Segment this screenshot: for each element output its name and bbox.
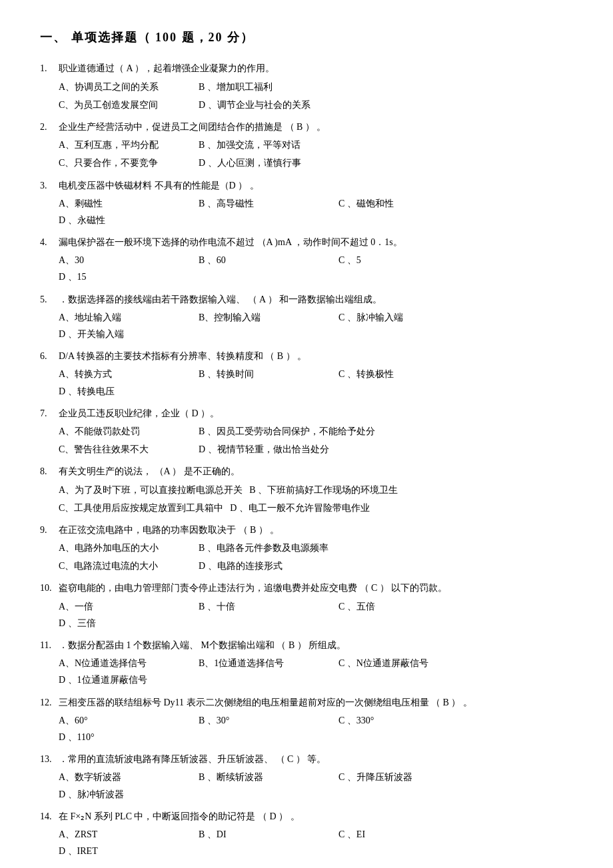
option-item: D 、调节企业与社会的关系 xyxy=(199,97,332,113)
question-number: 5. xyxy=(40,291,59,308)
option-item: A、地址输入端 xyxy=(59,309,192,326)
options-row-1: A、协调员工之间的关系B 、增加职工福利 xyxy=(59,79,573,95)
options-row-1: A、数字斩波器B 、断续斩波器C 、升降压斩波器D 、脉冲斩波器 xyxy=(59,769,573,802)
option-item: A、ZRST xyxy=(59,826,192,843)
question-text: 企业员工违反职业纪律，企业（ D ）。 xyxy=(59,405,573,422)
option-item: B 、DI xyxy=(199,826,332,843)
option-item: A、为了及时下班，可以直接拉断电源总开关 xyxy=(59,482,243,498)
option-item: A、不能做罚款处罚 xyxy=(59,423,192,440)
question-block: 11.．数据分配器由 1 个数据输入端、 M个数据输出端和 （ B ） 所组成。… xyxy=(40,637,573,689)
question-text: ．常用的直流斩波电路有降压斩波器、升压斩波器、 （ C ） 等。 xyxy=(59,751,573,767)
option-item: C 、转换极性 xyxy=(338,366,472,382)
option-item: B 、30° xyxy=(199,712,332,729)
question-block: 8.有关文明生产的说法， （A ） 是不正确的。A、为了及时下班，可以直接拉断电… xyxy=(40,463,573,516)
options-row-1: A、N位通道选择信号B、1位通道选择信号C 、N位通道屏蔽信号D 、1位通道屏蔽… xyxy=(59,655,573,688)
option-item: D 、脉冲斩波器 xyxy=(59,786,192,803)
option-item: D 、IRET xyxy=(59,843,192,859)
question-number: 12. xyxy=(40,694,59,711)
option-item: A、N位通道选择信号 xyxy=(59,655,192,671)
question-line: 1.职业道德通过（ A ），起着增强企业凝聚力的作用。 xyxy=(40,60,573,77)
question-line: 4.漏电保护器在一般环境下选择的动作电流不超过 （A )mA ，动作时间不超过 … xyxy=(40,234,573,250)
question-line: 5.．数据选择器的接线端由若干路数据输入端、 （ A ） 和一路数据输出端组成。 xyxy=(40,291,573,308)
options-row-1: A、地址输入端B、控制输入端C 、脉冲输入端D 、开关输入端 xyxy=(59,309,573,342)
option-item: A、数字斩波器 xyxy=(59,769,192,785)
option-item: B 、加强交流，平等对话 xyxy=(199,137,332,153)
question-block: 2.企业生产经营活动中，促进员工之间团结合作的措施是 （ B ） 。A、互利互惠… xyxy=(40,119,573,172)
option-item: B 、增加职工福利 xyxy=(199,79,332,95)
question-number: 13. xyxy=(40,751,59,767)
option-item: C 、磁饱和性 xyxy=(338,195,472,212)
options-row-1: A、60°B 、30°C 、330°D 、110° xyxy=(59,712,573,745)
option-item: A、30 xyxy=(59,252,192,268)
option-item: A、转换方式 xyxy=(59,366,192,382)
question-text: 电机变压器中铁磁材料 不具有的性能是（D ） 。 xyxy=(59,177,573,194)
option-item: A、剩磁性 xyxy=(59,195,192,212)
question-line: 10.盗窃电能的，由电力管理部门责令停止违法行为，追缴电费并处应交电费 （ C … xyxy=(40,580,573,596)
option-item: A、电路外加电压的大小 xyxy=(59,540,192,556)
question-number: 8. xyxy=(40,463,59,480)
question-block: 1.职业道德通过（ A ），起着增强企业凝聚力的作用。A、协调员工之间的关系B … xyxy=(40,60,573,113)
option-item: B、1位通道选择信号 xyxy=(199,655,332,671)
options-row-2: C、只要合作，不要竞争D 、人心叵测，谨慎行事 xyxy=(59,155,573,171)
question-line: 6.D/A 转换器的主要技术指标有分辨率、转换精度和 （ B ） 。 xyxy=(40,348,573,364)
option-item: D 、视情节轻重，做出恰当处分 xyxy=(199,441,332,458)
options-row-1: A、30B 、60C 、5D 、15 xyxy=(59,252,573,285)
question-block: 15.F×₂N 系列 PLC 加法指令的助记符是 （ B ） 。A、ADCB 、… xyxy=(40,865,573,868)
option-item: D 、15 xyxy=(59,268,192,285)
option-item: D 、电工一般不允许冒险带电作业 xyxy=(230,500,370,516)
option-item: C 、N位通道屏蔽信号 xyxy=(338,655,472,671)
option-item: C、工具使用后应按规定放置到工具箱中 xyxy=(59,500,223,516)
question-line: 2.企业生产经营活动中，促进员工之间团结合作的措施是 （ B ） 。 xyxy=(40,119,573,135)
option-item: B 、下班前搞好工作现场的环境卫生 xyxy=(249,482,398,498)
question-number: 2. xyxy=(40,119,59,135)
option-item: C 、5 xyxy=(338,252,472,268)
option-item: D 、电路的连接形式 xyxy=(199,558,332,574)
option-item: B 、电路各元件参数及电源频率 xyxy=(199,540,332,556)
question-text: D/A 转换器的主要技术指标有分辨率、转换精度和 （ B ） 。 xyxy=(59,348,573,364)
option-item: B 、断续斩波器 xyxy=(199,769,332,785)
option-item: C 、EI xyxy=(338,826,472,843)
option-item: B 、高导磁性 xyxy=(199,195,332,212)
question-text: 有关文明生产的说法， （A ） 是不正确的。 xyxy=(59,463,573,480)
question-line: 7.企业员工违反职业纪律，企业（ D ）。 xyxy=(40,405,573,422)
options-row-1: A、不能做罚款处罚B 、因员工受劳动合同保护，不能给予处分 xyxy=(59,423,573,440)
question-number: 6. xyxy=(40,348,59,364)
question-text: F×₂N 系列 PLC 加法指令的助记符是 （ B ） 。 xyxy=(59,865,573,868)
option-item: B 、转换时间 xyxy=(199,366,332,382)
options-row-2: C、电路流过电流的大小D 、电路的连接形式 xyxy=(59,558,573,574)
question-block: 14.在 F×₂N 系列 PLC 中，中断返回指令的助记符是 （ D ） 。A、… xyxy=(40,808,573,860)
options-row-1: A、转换方式B 、转换时间C 、转换极性D 、转换电压 xyxy=(59,366,573,399)
option-item: A、一倍 xyxy=(59,598,192,615)
option-item: D 、人心叵测，谨慎行事 xyxy=(199,155,332,171)
options-row-2: C、工具使用后应按规定放置到工具箱中D 、电工一般不允许冒险带电作业 xyxy=(59,500,573,516)
option-item: B 、十倍 xyxy=(199,598,332,615)
question-line: 14.在 F×₂N 系列 PLC 中，中断返回指令的助记符是 （ D ） 。 xyxy=(40,808,573,825)
question-line: 12.三相变压器的联结组标号 Dy11 表示二次侧绕组的电压相量超前对应的一次侧… xyxy=(40,694,573,711)
question-block: 5.．数据选择器的接线端由若干路数据输入端、 （ A ） 和一路数据输出端组成。… xyxy=(40,291,573,343)
question-text: 企业生产经营活动中，促进员工之间团结合作的措施是 （ B ） 。 xyxy=(59,119,573,135)
option-item: D 、110° xyxy=(59,729,192,745)
options-row-1: A、一倍B 、十倍C 、五倍D 、三倍 xyxy=(59,598,573,632)
option-item: D 、转换电压 xyxy=(59,383,192,400)
question-number: 4. xyxy=(40,234,59,250)
option-item: D 、三倍 xyxy=(59,615,192,632)
question-text: 盗窃电能的，由电力管理部门责令停止违法行为，追缴电费并处应交电费 （ C ） 以… xyxy=(59,580,573,596)
question-text: 三相变压器的联结组标号 Dy11 表示二次侧绕组的电压相量超前对应的一次侧绕组电… xyxy=(59,694,573,711)
question-number: 3. xyxy=(40,177,59,194)
question-text: 在 F×₂N 系列 PLC 中，中断返回指令的助记符是 （ D ） 。 xyxy=(59,808,573,825)
option-item: C、电路流过电流的大小 xyxy=(59,558,192,574)
question-line: 15.F×₂N 系列 PLC 加法指令的助记符是 （ B ） 。 xyxy=(40,865,573,868)
option-item: D 、开关输入端 xyxy=(59,326,192,342)
option-item: D 、1位通道屏蔽信号 xyxy=(59,671,192,688)
option-item: C、警告往往效果不大 xyxy=(59,441,192,458)
option-item: B、控制输入端 xyxy=(199,309,332,326)
question-text: 在正弦交流电路中，电路的功率因数取决于 （ B ） 。 xyxy=(59,522,573,538)
question-line: 3.电机变压器中铁磁材料 不具有的性能是（D ） 。 xyxy=(40,177,573,194)
question-block: 12.三相变压器的联结组标号 Dy11 表示二次侧绕组的电压相量超前对应的一次侧… xyxy=(40,694,573,746)
option-item: A、60° xyxy=(59,712,192,729)
question-text: 漏电保护器在一般环境下选择的动作电流不超过 （A )mA ，动作时间不超过 0．… xyxy=(59,234,573,250)
question-text: ．数据选择器的接线端由若干路数据输入端、 （ A ） 和一路数据输出端组成。 xyxy=(59,291,573,308)
option-item: B 、因员工受劳动合同保护，不能给予处分 xyxy=(199,423,375,440)
question-number: 7. xyxy=(40,405,59,422)
option-item: C 、升降压斩波器 xyxy=(338,769,472,785)
